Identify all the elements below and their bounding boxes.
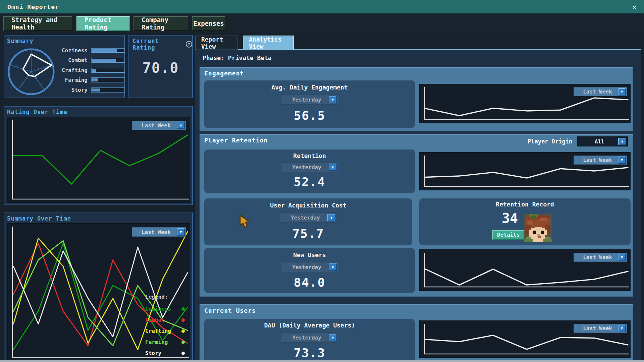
legend-item-farming: Farming	[145, 337, 185, 348]
tab-company-rating[interactable]: Company Rating	[133, 16, 189, 31]
new-users-metric-label: New Users	[204, 251, 415, 258]
details-button[interactable]: Details	[492, 230, 524, 240]
engagement-period-dropdown[interactable]: Yesterday▼	[281, 95, 338, 105]
new-users-card: New Users Yesterday▼ 84.0	[204, 248, 415, 293]
retention-card: Retention Yesterday▼ 52.4	[204, 149, 415, 193]
horizontal-scrollbar[interactable]	[0, 360, 644, 362]
stat-bar-fill	[92, 88, 100, 92]
chevron-down-icon[interactable]: ▼	[618, 138, 626, 145]
player-retention-section-title: Player Retention	[204, 137, 268, 144]
summary-over-time-range-dropdown[interactable]: Last Week▼	[132, 227, 186, 237]
dropdown-value: Last Week	[577, 254, 618, 260]
legend-label: Farming	[145, 339, 168, 345]
chevron-down-icon[interactable]: ▼	[327, 214, 335, 221]
stat-label: Combat	[58, 57, 88, 63]
rating-over-time-range-dropdown[interactable]: Last Week▼	[132, 121, 186, 130]
window-title: Omni Reporter	[7, 3, 59, 10]
stat-bar	[91, 77, 125, 82]
summary-over-time-panel: Summary Over Time Last Week▼ Legend: Coz…	[4, 213, 193, 362]
stat-bar-fill	[92, 78, 98, 81]
main-tab-bar: Strategy and HealthProduct RatingCompany…	[0, 13, 644, 33]
summary-over-time-title: Summary Over Time	[7, 215, 71, 222]
dau-value: 73.3	[204, 346, 415, 360]
stat-bar-fill	[92, 49, 117, 52]
rating-over-time-chart: Last Week▼	[7, 117, 190, 203]
chevron-down-icon[interactable]: ▼	[618, 325, 626, 332]
retention-record-avatar	[524, 214, 552, 242]
title-bar: Omni Reporter ✕	[0, 0, 644, 13]
summary-panel: Summary CozinessCombatCraftingFarmingSto…	[4, 35, 125, 98]
retention-period-dropdown[interactable]: Yesterday▼	[281, 162, 338, 172]
tab-report-view[interactable]: Report View	[195, 36, 238, 50]
retention-chart: Last Week▼	[419, 152, 631, 190]
dropdown-value: Yesterday	[285, 335, 329, 341]
tab-strategy-and-health[interactable]: Strategy and Health	[3, 16, 72, 31]
chevron-down-icon[interactable]: ▼	[329, 164, 337, 171]
legend-ring-icon	[181, 352, 185, 355]
stat-bar	[91, 58, 125, 63]
retention-range-dropdown[interactable]: Last Week▼	[574, 156, 627, 165]
legend-item-story: Story	[145, 348, 185, 359]
chevron-down-icon[interactable]: ▼	[177, 228, 185, 236]
chevron-down-icon[interactable]: ▼	[329, 96, 337, 103]
dropdown-value: Last Week	[136, 229, 177, 235]
legend-ring-icon	[181, 307, 185, 311]
dau-metric-label: DAU (Daily Average Users)	[204, 322, 415, 329]
dropdown-value: Last Week	[577, 88, 618, 95]
legend-rows: CozinessCombatCraftingFarmingStory	[145, 303, 185, 359]
tab-expenses[interactable]: Expenses	[192, 16, 225, 31]
chevron-down-icon[interactable]: ▼	[618, 254, 626, 261]
tab-product-rating[interactable]: Product Rating	[76, 16, 130, 31]
stat-bar-fill	[92, 59, 116, 62]
close-icon[interactable]: ✕	[632, 3, 637, 11]
chevron-down-icon[interactable]: ▼	[329, 263, 337, 271]
dropdown-value: Yesterday	[285, 264, 329, 270]
retention-record-title: Retention Record	[419, 201, 631, 208]
legend-label: Combat	[145, 317, 165, 323]
phase-label: Phase: Private Beta	[203, 54, 272, 61]
chevron-down-icon[interactable]: ▼	[177, 122, 185, 129]
current-rating-title: Current Rating	[132, 38, 183, 51]
legend-ring-icon	[181, 329, 185, 333]
new-users-period-dropdown[interactable]: Yesterday▼	[281, 262, 338, 272]
engagement-range-dropdown[interactable]: Last Week▼	[574, 87, 627, 96]
engagement-value: 56.5	[204, 109, 415, 122]
retention-metric-label: Retention	[204, 152, 415, 159]
uac-period-dropdown[interactable]: Yesterday▼	[280, 213, 337, 223]
stat-bar-fill	[92, 69, 96, 72]
chevron-down-icon[interactable]: ▼	[618, 157, 626, 164]
dropdown-value: Last Week	[136, 122, 177, 129]
stat-label: Crafting	[58, 67, 88, 73]
dau-period-dropdown[interactable]: Yesterday▼	[281, 333, 338, 343]
help-icon[interactable]: ?	[186, 41, 192, 48]
chevron-down-icon[interactable]: ▼	[329, 334, 337, 341]
new-users-chart: Last Week▼	[419, 249, 631, 291]
tab-analytics-view[interactable]: Analytics View	[243, 36, 294, 50]
player-retention-section: Player Retention Player Origin All▼ Rete…	[200, 134, 633, 297]
summary-radar-chart	[7, 46, 56, 97]
stat-bar	[91, 48, 125, 53]
stat-row-coziness: Coziness	[58, 47, 125, 54]
current-rating-value: 70.0	[129, 60, 192, 76]
legend-item-combat: Combat	[145, 314, 185, 325]
current-users-section: Current Users DAU (Daily Average Users) …	[200, 304, 633, 362]
stat-label: Story	[58, 87, 88, 93]
legend-ring-icon	[181, 318, 185, 322]
chevron-down-icon[interactable]: ▼	[618, 88, 626, 96]
engagement-section-title: Engagement	[204, 70, 244, 77]
app-window: Omni Reporter ✕ Strategy and HealthProdu…	[0, 0, 644, 362]
dau-range-dropdown[interactable]: Last Week▼	[574, 324, 627, 333]
stat-bar	[91, 68, 125, 73]
dropdown-value: Yesterday	[285, 164, 329, 171]
dropdown-value: Last Week	[577, 325, 618, 331]
rating-over-time-line	[8, 117, 190, 202]
player-origin-label: Player Origin	[528, 138, 572, 145]
legend-item-crafting: Crafting	[145, 325, 185, 337]
stat-row-story: Story	[58, 86, 125, 93]
dropdown-value: Last Week	[577, 157, 618, 163]
legend-ring-icon	[181, 341, 185, 344]
engagement-metric-label: Avg. Daily Engagement	[204, 84, 415, 91]
player-origin-dropdown[interactable]: All▼	[577, 136, 628, 146]
uac-metric-label: User Acquisition Cost	[204, 202, 412, 209]
new-users-range-dropdown[interactable]: Last Week▼	[574, 253, 627, 262]
